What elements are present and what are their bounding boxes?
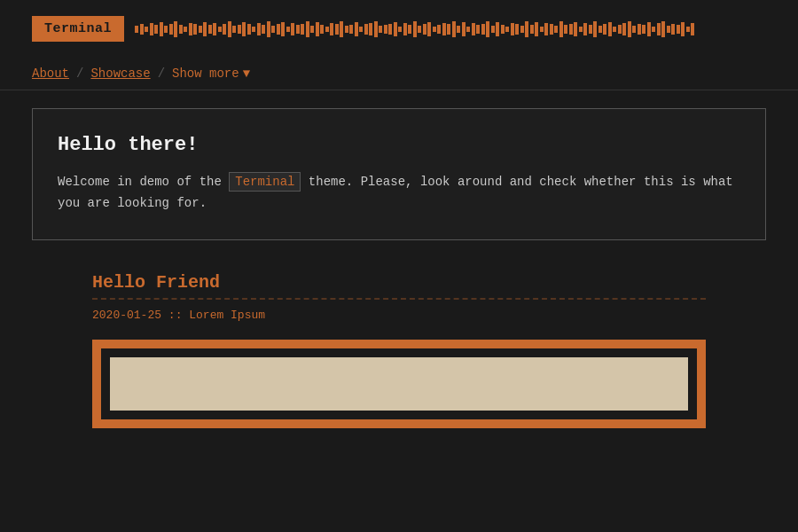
nav-separator-2: / [158, 66, 165, 81]
post-image-outer [92, 340, 706, 428]
header-wave: // This won't execute in the way intende… [135, 20, 766, 38]
site-title[interactable]: Terminal [32, 16, 124, 42]
wave-bars: // This won't execute in the way intende… [135, 20, 766, 38]
post-category: Lorem Ipsum [189, 309, 265, 322]
dropdown-arrow-icon: ▼ [243, 66, 250, 81]
nav-separator-1: / [76, 66, 83, 81]
main-content: Hello there! Welcome in demo of the Term… [0, 90, 798, 446]
show-more-label: Show more [172, 66, 239, 81]
post-image-inner [101, 348, 697, 419]
post-title[interactable]: Hello Friend [92, 272, 706, 293]
hero-text: Welcome in demo of the Terminal theme. P… [58, 172, 740, 215]
post-image-placeholder [110, 357, 688, 411]
show-more-dropdown[interactable]: Show more ▼ [172, 66, 250, 81]
post-section: Hello Friend 2020-01-25 :: Lorem Ipsum [32, 272, 766, 428]
main-nav: About / Showcase / Show more ▼ [0, 58, 798, 90]
post-meta-separator: :: [168, 309, 189, 322]
hero-box: Hello there! Welcome in demo of the Term… [32, 108, 766, 240]
showcase-link[interactable]: Showcase [90, 66, 150, 81]
site-header: Terminal // This won't execute in the wa… [0, 0, 798, 58]
hero-title: Hello there! [58, 134, 740, 156]
about-link[interactable]: About [32, 66, 69, 81]
post-divider [92, 298, 706, 300]
post-date: 2020-01-25 [92, 309, 161, 322]
post-meta: 2020-01-25 :: Lorem Ipsum [92, 309, 706, 322]
hero-text-before: Welcome in demo of the [58, 175, 229, 189]
hero-inline-code: Terminal [229, 172, 301, 192]
